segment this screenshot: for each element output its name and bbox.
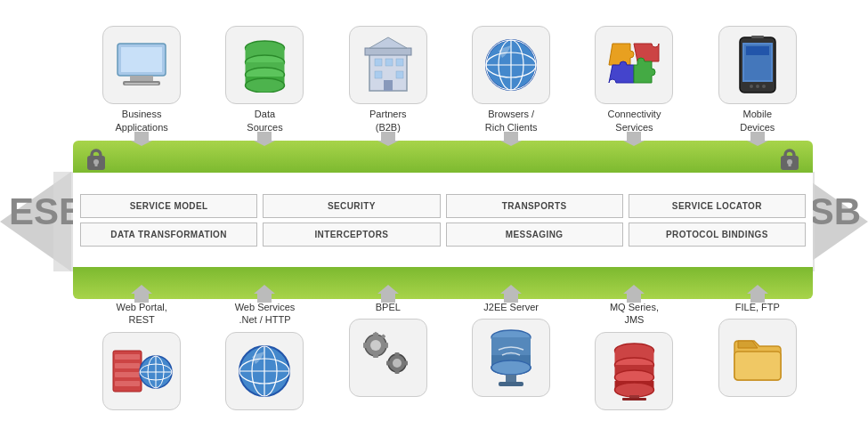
- svg-marker-46: [131, 132, 152, 146]
- data-sources-label: DataSources: [247, 108, 282, 134]
- cell-transports: TRANSPORTS: [446, 194, 623, 218]
- webservices-label: Web Services.Net / HTTP: [235, 301, 296, 327]
- j2ee-label: J2EE Server: [483, 301, 539, 313]
- business-applications-label: BusinessApplications: [115, 108, 167, 134]
- icon-j2ee: J2EE Server: [462, 301, 560, 397]
- arrow-up-3: [377, 285, 399, 303]
- svg-marker-50: [623, 132, 645, 146]
- icon-browsers: Browsers /Rich Clients: [462, 26, 560, 134]
- svg-rect-45: [751, 36, 764, 38]
- cell-messaging: MESSAGING: [446, 222, 623, 247]
- svg-rect-28: [396, 59, 403, 66]
- svg-marker-55: [500, 285, 522, 303]
- svg-marker-47: [254, 132, 275, 146]
- arrow-up-2: [254, 285, 275, 303]
- svg-rect-4: [92, 150, 101, 159]
- svg-rect-60: [115, 363, 140, 368]
- svg-point-42: [750, 85, 753, 88]
- svg-rect-102: [622, 398, 646, 400]
- svg-rect-84: [404, 361, 408, 366]
- svg-rect-6: [95, 162, 98, 166]
- arrow-up-4: [500, 285, 522, 303]
- icon-connectivity: ConnectivityServices: [585, 26, 683, 134]
- cell-protocol-bindings: PROTOCOL BINDINGS: [629, 222, 806, 247]
- svg-rect-86: [394, 370, 399, 374]
- svg-rect-10: [789, 162, 791, 166]
- cell-service-locator: SERVICE LOCATOR: [629, 194, 806, 218]
- arrow-down-2: [254, 132, 275, 146]
- svg-marker-54: [377, 285, 399, 303]
- svg-rect-15: [125, 83, 158, 85]
- svg-marker-25: [369, 37, 407, 48]
- svg-point-100: [614, 383, 653, 397]
- svg-marker-56: [623, 285, 645, 303]
- svg-rect-13: [130, 76, 153, 81]
- svg-rect-12: [121, 47, 162, 72]
- svg-marker-53: [254, 285, 275, 303]
- mobile-label: MobileDevices: [740, 108, 775, 134]
- svg-rect-24: [365, 48, 411, 55]
- svg-rect-59: [115, 354, 140, 360]
- svg-point-91: [491, 360, 531, 375]
- lock-left-icon: [84, 143, 109, 172]
- lock-right-icon: [777, 143, 802, 172]
- cell-data-transformation: DATA TRANSFORMATION: [80, 222, 257, 247]
- svg-marker-52: [131, 285, 152, 303]
- svg-marker-51: [747, 132, 768, 146]
- svg-rect-31: [384, 80, 393, 91]
- webportal-label: Web Portal,REST: [117, 301, 167, 327]
- svg-point-44: [762, 85, 766, 88]
- svg-rect-75: [363, 343, 367, 348]
- svg-rect-83: [386, 361, 390, 366]
- connectivity-label: ConnectivityServices: [608, 108, 661, 134]
- arrow-down-4: [500, 132, 522, 146]
- svg-rect-62: [115, 381, 140, 386]
- svg-marker-57: [747, 285, 768, 303]
- svg-rect-85: [394, 352, 399, 356]
- icon-data-sources: DataSources: [215, 26, 313, 134]
- arrow-down-6: [747, 132, 768, 146]
- icon-mq-jms: MQ Series,JMS: [585, 301, 683, 410]
- svg-rect-41: [746, 46, 769, 55]
- icon-webportal-rest: Web Portal,REST: [93, 301, 191, 410]
- icon-mobile: MobileDevices: [709, 26, 807, 134]
- svg-marker-49: [500, 132, 522, 146]
- svg-point-82: [393, 359, 402, 368]
- arrow-up-6: [747, 285, 768, 303]
- svg-rect-8: [785, 150, 794, 159]
- svg-point-74: [370, 340, 381, 351]
- icon-webservices: Web Services.Net / HTTP: [215, 301, 313, 410]
- icon-bpel: BPEL: [339, 301, 437, 397]
- cell-security: SECURITY: [263, 194, 440, 218]
- svg-marker-48: [377, 132, 399, 146]
- svg-rect-93: [499, 382, 523, 386]
- svg-rect-78: [373, 354, 378, 358]
- icon-business-applications: BusinessApplications: [93, 26, 191, 134]
- icon-file-ftp: FILE, FTP: [709, 301, 807, 397]
- arrow-down-5: [623, 132, 645, 146]
- svg-rect-26: [375, 59, 382, 66]
- svg-rect-61: [115, 372, 140, 377]
- mq-label: MQ Series,JMS: [610, 301, 659, 327]
- browsers-label: Browsers /Rich Clients: [485, 108, 538, 134]
- svg-rect-30: [396, 71, 403, 78]
- arrow-up-5: [623, 285, 645, 303]
- arrow-down-3: [377, 132, 399, 146]
- arrow-down-1: [131, 132, 152, 146]
- svg-rect-103: [734, 352, 781, 380]
- svg-rect-29: [375, 71, 382, 78]
- bpel-label: BPEL: [376, 301, 401, 313]
- icon-partners-b2b: Partners(B2B): [339, 26, 437, 134]
- svg-rect-27: [385, 59, 393, 66]
- svg-rect-76: [385, 343, 388, 348]
- arrow-up-1: [131, 285, 152, 303]
- file-ftp-label: FILE, FTP: [735, 301, 780, 313]
- partners-label: Partners(B2B): [369, 108, 407, 134]
- cell-service-model: SERVICE MODEL: [80, 194, 257, 218]
- cell-interceptors: INTERCEPTORS: [263, 222, 440, 247]
- svg-point-43: [756, 85, 759, 88]
- svg-point-22: [245, 78, 284, 93]
